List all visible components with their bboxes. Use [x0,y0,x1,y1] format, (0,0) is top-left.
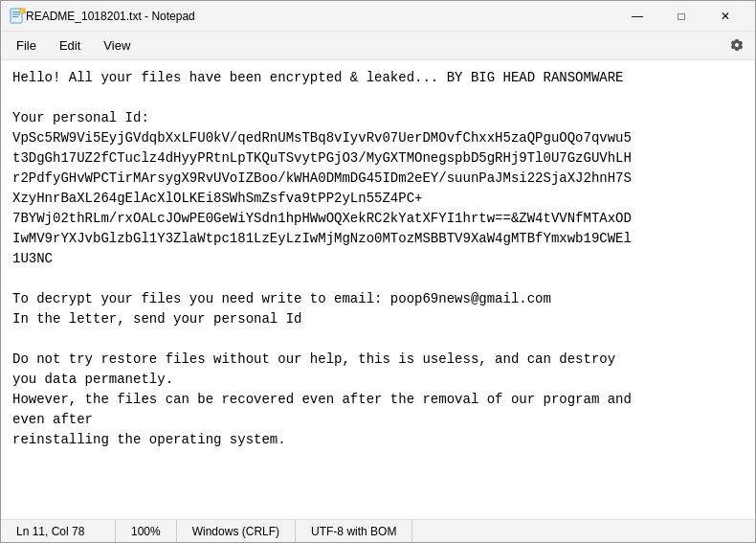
settings-icon[interactable] [723,32,751,60]
minimize-button[interactable]: — [615,1,659,32]
line-ending[interactable]: Windows (CRLF) [177,520,296,542]
svg-point-6 [735,43,739,47]
window-title: README_1018201.txt - Notepad [26,10,615,23]
menu-edit[interactable]: Edit [48,34,92,57]
text-editor[interactable]: Hello! All your files have been encrypte… [1,60,755,519]
close-button[interactable]: ✕ [703,1,747,32]
app-icon [9,8,26,25]
window-controls: — □ ✕ [615,1,747,32]
svg-rect-2 [12,13,20,14]
svg-rect-3 [12,16,18,17]
menu-bar: File Edit View [1,32,755,60]
zoom-level[interactable]: 100% [116,520,177,542]
encoding[interactable]: UTF-8 with BOM [296,520,412,542]
cursor-position: Ln 11, Col 78 [1,520,116,542]
notepad-window: README_1018201.txt - Notepad — □ ✕ File … [0,0,756,543]
title-bar: README_1018201.txt - Notepad — □ ✕ [1,1,755,32]
menu-file[interactable]: File [5,34,48,57]
status-bar: Ln 11, Col 78 100% Windows (CRLF) UTF-8 … [1,519,755,542]
maximize-button[interactable]: □ [659,1,703,32]
svg-rect-1 [12,11,20,12]
menu-view[interactable]: View [92,34,142,57]
